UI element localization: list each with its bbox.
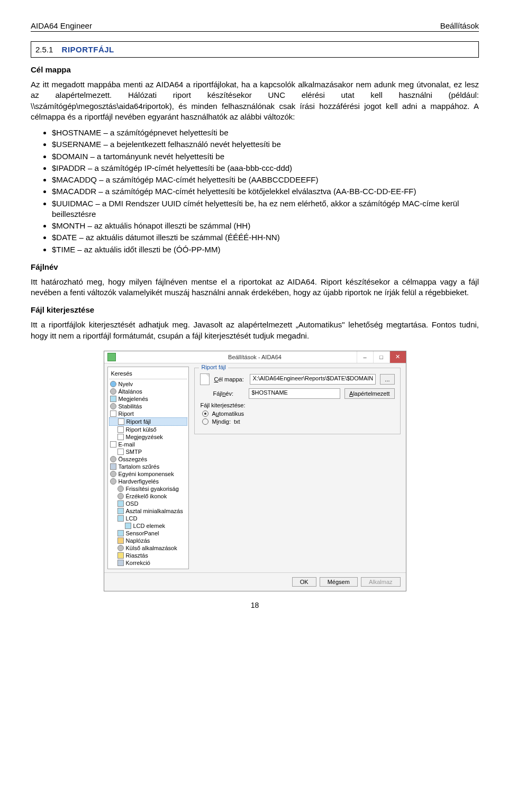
tree-item-label: SMTP — [126, 449, 142, 455]
filename-label: Fájlnév: — [213, 390, 244, 397]
folder-icon — [117, 537, 124, 544]
tree-item[interactable]: Egyéni komponensek — [109, 470, 188, 478]
tree-item[interactable]: LCD — [109, 515, 188, 522]
section-number: 2.5.1 — [35, 45, 53, 54]
tree-item-label: LCD elemek — [133, 523, 166, 529]
tree-item[interactable]: Külső alkalmazások — [109, 544, 188, 552]
filename-input[interactable]: $HOSTNAME — [249, 388, 340, 399]
extension-input[interactable]: txt — [234, 418, 271, 425]
tree-item[interactable]: Hardverfigyelés — [109, 478, 188, 485]
file-icon — [117, 434, 124, 440]
gear-icon — [110, 478, 116, 485]
variable-list: $HOSTNAME – a számítógépnevet helyettesí… — [31, 127, 479, 255]
tree-item-label: Korrekció — [126, 560, 150, 566]
section-heading: 2.5.1 RIPORTFÁJL — [31, 41, 479, 58]
tree-item-label: Frissítési gyakoriság — [126, 486, 179, 492]
panel-icon — [117, 530, 124, 536]
gear-icon — [117, 493, 124, 499]
gear-icon — [117, 545, 124, 551]
radio-custom-label: Mindig: — [212, 418, 230, 425]
tree-item[interactable]: Riport külső — [109, 426, 188, 433]
tree-item[interactable]: Nyelv — [109, 380, 188, 388]
tree-item-label: Riport külső — [126, 426, 157, 433]
tree-item[interactable]: E-mail — [109, 441, 188, 448]
tree-item[interactable]: Riasztás — [109, 552, 188, 559]
radio-icon — [202, 418, 208, 425]
tree-item[interactable]: Riport — [109, 410, 188, 417]
close-button[interactable]: ✕ — [389, 351, 406, 363]
gear-icon — [110, 403, 116, 409]
file-icon — [110, 441, 116, 448]
settings-dialog: Beállítások - AIDA64 – □ ✕ Keresés Nyelv… — [104, 351, 406, 591]
maximize-button[interactable]: □ — [373, 351, 389, 363]
radio-custom[interactable]: Mindig: txt — [200, 418, 394, 425]
file-icon — [200, 373, 210, 385]
ok-button[interactable]: OK — [292, 577, 316, 587]
group-title: Riport fájl — [199, 364, 228, 370]
tree-item-label: E-mail — [119, 441, 135, 448]
tree-item-label: Egyéni komponensek — [119, 471, 174, 477]
minimize-button[interactable]: – — [357, 351, 373, 363]
settings-tree[interactable]: Keresés NyelvÁltalánosMegjelenésStabilit… — [107, 367, 189, 569]
globe-icon — [110, 381, 116, 387]
tree-item-label: Általános — [119, 388, 142, 395]
subhead-target-folder: Cél mappa — [31, 65, 479, 74]
tree-item[interactable]: Korrekció — [109, 559, 188, 567]
cancel-button[interactable]: Mégsem — [320, 577, 358, 587]
panel-icon — [125, 523, 131, 529]
tree-item[interactable]: Asztal minialkalmazás — [109, 507, 188, 515]
tree-item[interactable]: SensorPanel — [109, 530, 188, 537]
tree-item-label: SensorPanel — [126, 530, 159, 536]
gear-icon — [110, 388, 116, 395]
list-item: $MACADDR – a számítógép MAC-címét helyet… — [52, 186, 479, 197]
page-header: AIDA64 Engineer Beállítások — [31, 21, 479, 32]
header-right: Beállítások — [440, 21, 479, 30]
list-item: $TIME – az aktuális időt illeszti be (ÓÓ… — [52, 244, 479, 255]
search-field[interactable]: Keresés — [109, 369, 188, 379]
target-folder-label: Cél mappa: — [214, 376, 246, 382]
list-item: $HOSTNAME – a számítógépnevet helyettesí… — [52, 127, 479, 138]
panel-icon — [117, 515, 124, 522]
tree-item[interactable]: Tartalom szűrés — [109, 463, 188, 470]
paragraph-target-folder: Az itt megadott mappába menti az AIDA64 … — [31, 79, 479, 122]
list-item: $UUIDMAC – a DMI Rendszer UUID címét hel… — [52, 198, 479, 220]
tree-item[interactable]: Összegzés — [109, 455, 188, 463]
apply-button[interactable]: Alkalmaz — [361, 577, 401, 587]
tree-item-label: LCD — [126, 515, 138, 522]
tree-item[interactable]: Stabilitás — [109, 403, 188, 410]
browse-button[interactable]: ... — [380, 374, 394, 385]
target-folder-input[interactable]: X:\AIDA64Engineer\Reports\$DATE\$DOMAIN — [250, 374, 376, 385]
tree-item-label: Megjelenés — [119, 396, 148, 402]
tree-item[interactable]: Megjelenés — [109, 395, 188, 403]
tree-item[interactable]: Érzékelő ikonok — [109, 492, 188, 500]
tree-item[interactable]: Megjegyzések — [109, 433, 188, 441]
report-file-group: Riport fájl Cél mappa: X:\AIDA64Engineer… — [194, 368, 400, 434]
list-item: $DOMAIN – a tartományunk nevét helyettes… — [52, 151, 479, 162]
tree-item-label: Hardverfigyelés — [119, 478, 159, 485]
list-item: $DATE – az aktuális dátumot illeszti be … — [52, 232, 479, 243]
subhead-filename: Fájlnév — [31, 262, 479, 271]
tree-item-label: Asztal minialkalmazás — [126, 508, 183, 514]
list-item: $MACADDQ – a számítógép MAC-címét helyet… — [52, 175, 479, 185]
tree-item-label: Riasztás — [126, 552, 148, 559]
radio-automatic[interactable]: Automatikus — [200, 410, 394, 417]
tree-item[interactable]: Frissítési gyakoriság — [109, 485, 188, 492]
header-left: AIDA64 Engineer — [31, 21, 92, 30]
app-icon — [107, 353, 116, 361]
tree-item[interactable]: SMTP — [109, 448, 188, 455]
tree-item-label: Nyelv — [119, 381, 133, 387]
section-title: RIPORTFÁJL — [62, 45, 114, 54]
subhead-extension: Fájl kiterjesztése — [31, 305, 479, 314]
wrench-icon — [110, 463, 116, 470]
tree-item[interactable]: Naplózás — [109, 537, 188, 544]
default-button[interactable]: Alapértelmezett — [344, 388, 394, 399]
tree-item-label: Érzékelő ikonok — [126, 493, 167, 499]
tree-item[interactable]: Riport fájl — [109, 417, 188, 426]
page-number: 18 — [31, 601, 479, 609]
tree-item[interactable]: OSD — [109, 500, 188, 507]
list-item: $USERNAME – a bejelentkezett felhasználó… — [52, 139, 479, 150]
tree-item[interactable]: LCD elemek — [109, 522, 188, 530]
tree-item[interactable]: Általános — [109, 388, 188, 395]
tree-item-label: Naplózás — [126, 537, 150, 544]
wrench-icon — [117, 560, 124, 566]
